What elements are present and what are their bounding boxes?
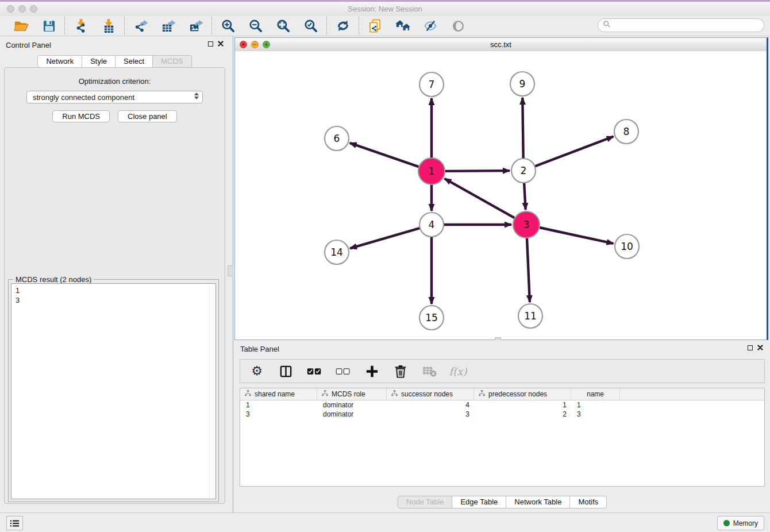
svg-text:1: 1 (429, 165, 435, 177)
search-box[interactable] (598, 18, 764, 32)
window-title: Session: New Session (0, 5, 770, 13)
import-network-icon[interactable] (73, 18, 89, 34)
network-window-titlebar[interactable]: × − + scc.txt (235, 38, 767, 52)
column-type-icon (322, 390, 328, 398)
table-cell[interactable]: 1 (474, 401, 571, 409)
optimization-criterion-value: strongly connected component (33, 93, 134, 102)
memory-button[interactable]: Memory (717, 516, 764, 530)
node-11[interactable]: 11 (518, 304, 542, 328)
mcds-result-list[interactable]: 13 (11, 283, 216, 499)
run-mcds-button[interactable]: Run MCDS (52, 110, 110, 122)
export-image-icon[interactable] (188, 18, 204, 34)
table-cell[interactable]: 1 (240, 401, 317, 409)
table-cell[interactable]: dominator (317, 401, 387, 409)
node-10[interactable]: 10 (615, 234, 639, 259)
node-1[interactable]: 1 (418, 158, 445, 184)
zoom-out-icon[interactable] (248, 18, 264, 34)
edge-1-2[interactable] (444, 171, 510, 171)
svg-text:6: 6 (334, 133, 340, 144)
table-cell[interactable]: dominator (317, 410, 387, 418)
table-cell[interactable]: 3 (571, 410, 620, 418)
table-row[interactable]: 3dominator323 (240, 410, 764, 419)
edge-4-14[interactable] (350, 228, 421, 248)
edge-3-11[interactable] (527, 237, 530, 302)
column-header-label: MCDS role (332, 390, 365, 398)
svg-text:3: 3 (523, 219, 530, 230)
table-row[interactable]: 1dominator411 (240, 400, 764, 410)
node-4[interactable]: 4 (419, 213, 444, 237)
edge-2-8[interactable] (534, 137, 614, 167)
tab-select[interactable]: Select (116, 55, 153, 68)
zoom-fit-icon[interactable] (275, 18, 291, 34)
show-graphics-details-icon[interactable] (422, 18, 438, 34)
task-history-button[interactable] (6, 516, 23, 530)
network-canvas[interactable]: 7968124314101511 (235, 51, 767, 340)
panel-splitter-handle[interactable] (228, 265, 233, 276)
column-header-label: name (587, 390, 604, 398)
tab-network-table[interactable]: Network Table (506, 496, 570, 508)
column-layout-icon[interactable] (278, 364, 293, 379)
search-input[interactable] (614, 20, 764, 31)
toolbar-group (328, 18, 359, 34)
table-cell[interactable]: 4 (387, 401, 474, 409)
close-table-panel-icon[interactable] (757, 345, 763, 350)
add-column-icon[interactable] (364, 364, 379, 379)
edge-2-3[interactable] (524, 182, 526, 210)
edge-3-1[interactable] (445, 179, 516, 219)
result-scrollbar[interactable] (209, 284, 215, 498)
select-all-columns-icon[interactable] (307, 364, 322, 379)
node-3[interactable]: 3 (513, 211, 540, 238)
node-6[interactable]: 6 (325, 126, 349, 151)
optimization-criterion-select[interactable]: strongly connected component (26, 91, 203, 103)
export-table-icon[interactable] (160, 18, 176, 34)
column-header-predecessor-nodes[interactable]: predecessor nodes (474, 388, 571, 400)
node-2[interactable]: 2 (511, 159, 536, 183)
table-cell[interactable]: 3 (387, 410, 474, 418)
float-table-panel-icon[interactable] (748, 345, 753, 350)
toolbar-group (6, 18, 64, 34)
node-9[interactable]: 9 (510, 72, 534, 96)
table-cell[interactable]: 2 (474, 410, 571, 418)
svg-text:10: 10 (621, 241, 633, 252)
zoom-in-icon[interactable] (220, 18, 236, 34)
open-session-icon[interactable] (13, 18, 29, 34)
mcds-panel: Optimization criterion: strongly connect… (4, 67, 225, 504)
network-graph[interactable]: 7968124314101511 (235, 51, 767, 339)
tab-style[interactable]: Style (82, 55, 116, 68)
node-14[interactable]: 14 (325, 240, 349, 264)
table-settings-icon[interactable]: ⚙ (249, 364, 264, 379)
node-15[interactable]: 15 (419, 306, 444, 330)
first-neighbors-icon[interactable] (395, 18, 411, 34)
column-header-successor-nodes[interactable]: successor nodes (387, 388, 474, 400)
apply-layout-icon[interactable] (335, 18, 351, 34)
optimization-criterion-label: Optimization criterion: (5, 77, 225, 86)
tab-motifs[interactable]: Motifs (570, 496, 607, 508)
node-7[interactable]: 7 (419, 72, 444, 97)
tab-edge-table[interactable]: Edge Table (452, 496, 506, 508)
node-8[interactable]: 8 (614, 119, 638, 144)
import-table-icon[interactable] (101, 18, 117, 34)
close-panel-icon[interactable] (218, 41, 224, 47)
save-session-icon[interactable] (41, 18, 57, 34)
table-cell[interactable]: 1 (571, 401, 620, 409)
deselect-all-columns-icon[interactable] (336, 364, 351, 379)
edge-3-10[interactable] (538, 228, 614, 244)
tab-mcds[interactable]: MCDS (153, 55, 191, 68)
column-header-name[interactable]: name (571, 388, 620, 400)
table-panel: Table Panel ⚙f(x) shared nameMCDS rolesu… (234, 340, 770, 513)
new-network-from-selection-icon[interactable] (367, 18, 383, 34)
delete-column-icon[interactable] (393, 364, 408, 379)
column-header-mcds-role[interactable]: MCDS role (317, 388, 387, 400)
column-header-shared-name[interactable]: shared name (240, 388, 317, 400)
tab-network[interactable]: Network (37, 55, 82, 68)
close-panel-button[interactable]: Close panel (118, 110, 177, 122)
zoom-selected-icon[interactable] (303, 18, 319, 34)
float-panel-icon[interactable] (208, 41, 213, 47)
table-cell[interactable]: 3 (240, 410, 317, 418)
edge-2-9[interactable] (522, 98, 523, 160)
column-header-label: successor nodes (401, 390, 453, 398)
bird-eye-view-icon (450, 18, 466, 34)
export-network-icon[interactable] (133, 18, 149, 34)
edge-1-6[interactable] (350, 143, 421, 167)
tab-node-table[interactable]: Node Table (398, 496, 453, 508)
